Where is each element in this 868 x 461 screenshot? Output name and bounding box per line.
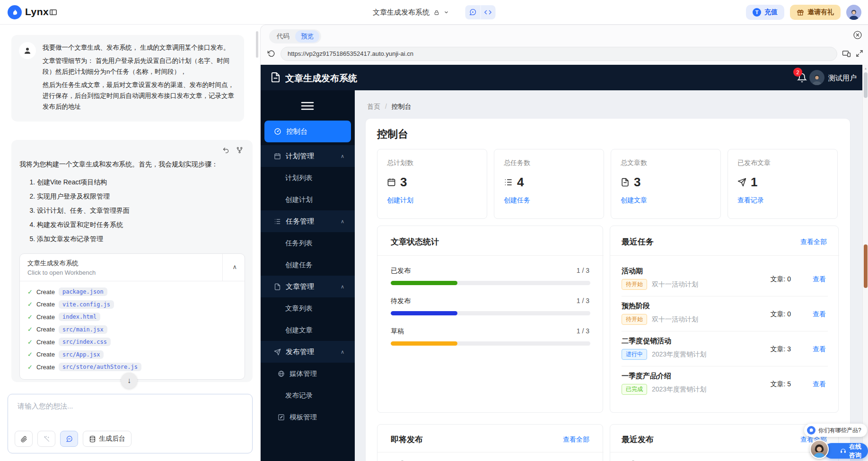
scrollbar-up-arrow[interactable]: ▲ <box>863 65 868 70</box>
sidebar-item-task-list[interactable]: 任务列表 <box>261 232 355 254</box>
sidebar-item-publish-records[interactable]: 发布记录 <box>261 384 355 406</box>
chat-mode-button[interactable] <box>60 431 78 447</box>
sidebar-item-label: 创建任务 <box>285 261 313 270</box>
enhance-prompt-button[interactable] <box>37 431 55 447</box>
sidebar-item-article-list[interactable]: 文章列表 <box>261 297 355 319</box>
sidebar-group-task[interactable]: 任务管理 ∧ <box>261 210 355 232</box>
sidebar-item-dashboard[interactable]: 控制台 <box>264 121 351 142</box>
chat-bubble-icon <box>807 426 815 435</box>
sidebar-item-label: 任务列表 <box>285 239 313 248</box>
file-path-chip[interactable]: src/main.jsx <box>59 325 107 334</box>
sidebar-item-templates[interactable]: 模板管理 <box>261 406 355 428</box>
task-view-link[interactable]: 查看 <box>813 275 826 284</box>
plan-step: 添加文章发布记录管理 <box>37 235 130 244</box>
support-question-bubble[interactable]: 你们有哪些产品? <box>804 424 867 437</box>
card-divider <box>610 255 839 256</box>
support-agent-avatar[interactable] <box>810 440 829 459</box>
sidebar-item-article-create[interactable]: 创建文章 <box>261 319 355 341</box>
sidebar-group-article[interactable]: 文章管理 ∧ <box>261 276 355 297</box>
recent-tasks-card: 最近任务 查看全部 活动期 待开始 双十一活动计划 文章: 0 查看 预热阶段 <box>610 226 839 413</box>
breadcrumb-home[interactable]: 首页 <box>367 103 380 110</box>
preview-scrollbar[interactable]: ▲ <box>862 65 868 461</box>
progress-track <box>391 311 590 315</box>
chat-mode-icon[interactable] <box>465 5 480 19</box>
file-action: Create <box>36 301 55 308</box>
task-view-link[interactable]: 查看 <box>813 345 826 354</box>
file-row[interactable]: ✓Createindex.html <box>27 311 237 323</box>
file-path-chip[interactable]: src/App.jsx <box>59 350 104 359</box>
notification-badge: 2 <box>793 68 802 77</box>
file-row[interactable]: ✓Createpackage.json <box>27 286 237 298</box>
online-support-button[interactable]: 在线咨询 <box>824 443 868 459</box>
url-input[interactable]: https://vp2gz91751865352417.auto.yunji-a… <box>281 47 837 61</box>
app-preview-frame: 文章生成发布系统 2 测试用户 控制台 计划管理 ∧ <box>261 65 862 461</box>
send-icon <box>737 178 746 187</box>
sidebar-group-plan[interactable]: 计划管理 ∧ <box>261 145 355 167</box>
project-title-group: 文章生成发布系统 <box>373 0 495 25</box>
file-row[interactable]: ✓Createsrc/index.css <box>27 336 237 348</box>
sidebar-item-plan-create[interactable]: 创建计划 <box>261 189 355 210</box>
progress-track <box>391 281 590 285</box>
view-all-link[interactable]: 查看全部 <box>800 238 827 246</box>
task-view-link[interactable]: 查看 <box>813 380 826 389</box>
scrollbar-thumb[interactable] <box>864 72 868 98</box>
scrollbar-marker[interactable] <box>864 244 868 288</box>
app-main: 首页 / 控制台 控制台 总计划数 3 创建计划 总任务数 <box>355 90 862 461</box>
stat-link[interactable]: 创建任务 <box>504 196 594 205</box>
file-row[interactable]: ✓Createsrc/main.jsx <box>27 323 237 336</box>
sidebar-item-label: 发布记录 <box>285 391 313 400</box>
scroll-to-bottom-button[interactable]: ↓ <box>121 373 137 389</box>
collapse-workbench-icon[interactable]: ∧ <box>232 263 237 270</box>
user-avatar[interactable] <box>846 5 861 20</box>
sidebar-group-publish[interactable]: 发布管理 ∧ <box>261 341 355 363</box>
file-row[interactable]: ✓Createsrc/App.jsx <box>27 348 237 361</box>
stat-link[interactable]: 创建文章 <box>621 196 711 205</box>
sidebar-item-task-create[interactable]: 创建任务 <box>261 254 355 276</box>
file-path-chip[interactable]: src/store/authStore.js <box>59 363 141 371</box>
attach-button[interactable] <box>15 431 33 447</box>
panel-toggle-icon[interactable] <box>49 8 58 17</box>
file-path-chip[interactable]: index.html <box>59 313 100 321</box>
invite-button[interactable]: 邀请有礼 <box>790 5 841 20</box>
task-name: 二季度促销活动 <box>622 337 671 346</box>
code-mode-icon[interactable] <box>480 5 495 19</box>
branch-icon[interactable] <box>236 147 243 154</box>
generate-backend-button[interactable]: 生成后台 <box>83 431 132 447</box>
device-toggle-icon[interactable] <box>842 49 851 58</box>
chat-input-box[interactable]: 请输入您的想法... 生成后台 <box>8 394 253 453</box>
task-article-count: 文章: 3 <box>770 345 791 354</box>
dashboard-icon <box>274 128 281 135</box>
tab-preview[interactable]: 预览 <box>295 30 319 43</box>
lynx-logo <box>8 5 22 19</box>
chat-scrollbar-thumb[interactable] <box>256 31 258 58</box>
fullscreen-icon[interactable] <box>856 50 863 57</box>
user-message-text: 我要做一个文章生成、发布系统， 生成的文章调用某个接口发布。 文章管理细节为： … <box>43 42 237 114</box>
stat-link[interactable]: 创建计划 <box>387 196 477 205</box>
file-row[interactable]: ✓Createsrc/store/authStore.js <box>27 361 237 374</box>
stat-link[interactable]: 查看记录 <box>737 196 828 205</box>
recharge-button[interactable]: T 充值 <box>746 5 784 20</box>
sidebar-item-media[interactable]: 媒体管理 <box>261 363 355 384</box>
close-preview-icon[interactable] <box>853 30 862 40</box>
check-icon: ✓ <box>27 288 33 296</box>
task-article-count: 文章: 0 <box>770 310 791 319</box>
file-path-chip[interactable]: package.json <box>59 287 107 296</box>
status-badge: 已完成 <box>622 384 647 395</box>
undo-icon[interactable] <box>222 147 229 154</box>
app-user-name[interactable]: 测试用户 <box>828 74 857 83</box>
status-count: 1 / 3 <box>577 327 589 335</box>
file-path-chip[interactable]: src/index.css <box>59 338 111 346</box>
file-row[interactable]: ✓Createvite.config.js <box>27 298 237 311</box>
sidebar-collapse-icon[interactable] <box>301 101 314 111</box>
app-user-avatar[interactable] <box>809 70 824 85</box>
view-all-link[interactable]: 查看全部 <box>563 435 589 444</box>
chevron-down-icon[interactable] <box>443 9 449 15</box>
sidebar-item-plan-list[interactable]: 计划列表 <box>261 167 355 189</box>
refresh-icon[interactable] <box>267 50 275 58</box>
breadcrumb-separator: / <box>385 103 387 110</box>
project-title: 文章生成发布系统 <box>373 8 430 17</box>
workbench-card[interactable]: 文章生成发布系统 Click to open Workbench ∧ ✓Crea… <box>19 253 245 380</box>
tab-code[interactable]: 代码 <box>271 30 295 43</box>
file-path-chip[interactable]: vite.config.js <box>59 300 114 309</box>
task-view-link[interactable]: 查看 <box>813 310 826 319</box>
